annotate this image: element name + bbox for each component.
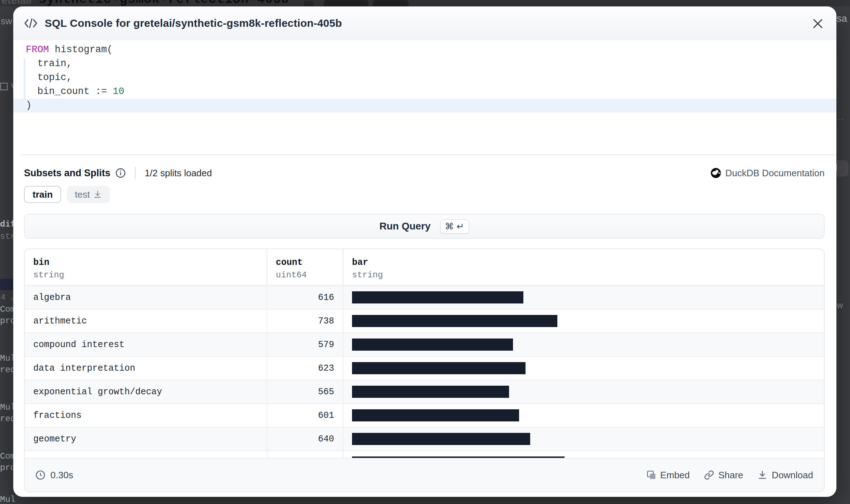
embed-label: Embed (660, 470, 690, 481)
histogram-bar (352, 433, 530, 445)
split-button-train[interactable]: train (24, 186, 61, 203)
column-name: count (276, 256, 343, 269)
topbar-pill (324, 0, 368, 6)
table-row: geometry 640 (25, 428, 824, 451)
bin-cell: compound interest (25, 333, 267, 356)
count-cell: 616 (267, 286, 343, 309)
query-duration-value: 0.30s (50, 470, 73, 481)
count-cell: 601 (267, 404, 343, 427)
histogram-bar (352, 362, 526, 374)
divider (20, 154, 836, 155)
splits-loaded-status: 1/2 splits loaded (145, 168, 212, 179)
sql-keyword: FROM (26, 44, 49, 55)
download-label: Download (772, 470, 813, 481)
cmd-key-icon: ⌘ (445, 221, 454, 232)
histogram-bar (352, 386, 509, 398)
histogram-bar (352, 315, 557, 327)
code-line: bin_count := 10 (13, 85, 836, 99)
table-header: bin string count uint64 bar string (25, 249, 824, 286)
close-button[interactable] (811, 16, 825, 31)
column-header-bar: bar string (343, 249, 824, 285)
count-cell: 565 (267, 380, 343, 403)
bin-cell (25, 451, 267, 458)
download-icon (757, 470, 767, 480)
histogram-bar (352, 409, 519, 421)
section-title: Subsets and Splits (24, 168, 111, 179)
bin-cell: geometry (25, 428, 267, 450)
column-header-count: count uint64 (267, 249, 343, 285)
table-row: arithmetic 738 (25, 310, 824, 333)
count-cell: 623 (267, 357, 343, 380)
run-query-label: Run Query (379, 221, 430, 232)
histogram-bar (352, 456, 565, 458)
column-name: bin (33, 256, 267, 269)
embed-button[interactable]: Embed (647, 470, 690, 481)
column-header-bin: bin string (25, 249, 267, 285)
code-line: FROM histogram( (13, 43, 836, 57)
duckdb-logo-icon (710, 168, 721, 178)
download-button[interactable]: Download (757, 470, 813, 481)
share-label: Share (718, 470, 743, 481)
background-cell-fragment: Mul (0, 495, 15, 504)
duckdb-documentation-label: DuckDB Documentation (726, 168, 825, 179)
table-row: algebra 616 (25, 286, 824, 310)
column-type: string (352, 269, 824, 281)
background-row-number: 4 ⌄ (1, 292, 15, 302)
sql-code: ) (26, 100, 31, 111)
results-footer: 0.30s Embed Share (25, 458, 824, 491)
close-icon (812, 18, 823, 29)
count-cell: 738 (267, 310, 343, 332)
code-icon (24, 18, 38, 29)
share-link-icon (704, 470, 714, 480)
query-results-table: bin string count uint64 bar string algeb… (24, 248, 825, 492)
query-duration: 0.30s (35, 470, 73, 481)
copy-icon (304, 1, 313, 6)
indent-guide (24, 59, 25, 101)
bin-cell: algebra (25, 286, 267, 309)
sql-code: histogram( (49, 44, 113, 55)
divider (135, 167, 136, 179)
sql-number: 10 (113, 86, 124, 97)
table-body[interactable]: algebra 616 arithmetic 738 compound inte… (25, 286, 824, 458)
modal-title: SQL Console for gretelai/synthetic-gsm8k… (45, 17, 342, 29)
bin-cell: arithmetic (25, 310, 267, 332)
count-cell: 640 (267, 428, 343, 450)
sql-code: train, (26, 58, 72, 69)
info-icon[interactable] (116, 168, 126, 178)
duckdb-documentation-link[interactable]: DuckDB Documentation (710, 168, 825, 179)
table-row: fractions 601 (25, 404, 824, 428)
bin-cell: fractions (25, 404, 267, 427)
splits-selector: train test (24, 186, 110, 203)
enter-key-icon: ↵ (457, 221, 464, 232)
background-selected-row (0, 279, 14, 290)
sql-editor[interactable]: FROM histogram( train, topic, bin_count … (13, 40, 836, 154)
sql-console-modal: SQL Console for gretelai/synthetic-gsm8k… (13, 6, 836, 497)
histogram-bar (352, 291, 523, 303)
table-row: exponential growth/decay 565 (25, 380, 824, 404)
download-icon (93, 190, 102, 199)
count-cell: 579 (267, 333, 343, 356)
split-train-label: train (33, 189, 53, 200)
topbar-pill (373, 0, 409, 6)
sql-code: topic, (26, 72, 72, 83)
column-type: uint64 (276, 269, 343, 281)
split-test-label: test (75, 189, 90, 200)
table-row-partial (25, 451, 824, 458)
column-type: string (33, 269, 267, 281)
clock-icon (35, 470, 45, 480)
run-query-button[interactable]: Run Query ⌘ ↵ (24, 214, 825, 239)
count-cell (267, 451, 343, 458)
background-page-header: etelai/ synthetic-gsm8k-reflection-405b (0, 0, 850, 6)
histogram-bar (352, 339, 513, 351)
bin-cell: data interpretation (25, 357, 267, 380)
embed-icon (647, 470, 656, 480)
table-row: data interpretation 623 (25, 357, 824, 380)
table-row: compound interest 579 (25, 333, 824, 357)
split-button-test[interactable]: test (67, 186, 110, 203)
sql-code: bin_count := (26, 86, 113, 97)
code-line: topic, (13, 71, 836, 85)
share-button[interactable]: Share (704, 470, 743, 481)
modal-header: SQL Console for gretelai/synthetic-gsm8k… (13, 6, 836, 40)
code-line-active: ) (13, 99, 836, 113)
code-line: train, (13, 57, 836, 71)
